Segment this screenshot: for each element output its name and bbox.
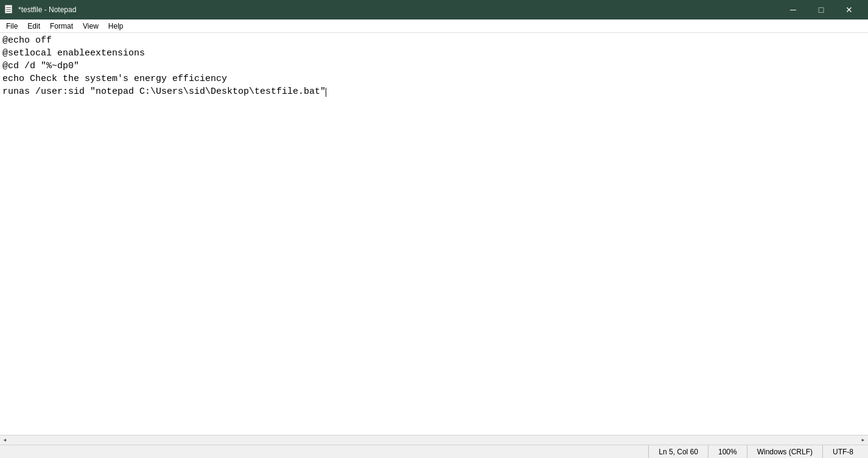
menu-item-file[interactable]: File bbox=[1, 19, 23, 32]
status-zoom: 100% bbox=[708, 445, 747, 458]
notepad-app-icon bbox=[5, 5, 15, 15]
title-bar-controls: ─ □ ✕ bbox=[779, 0, 863, 19]
status-encoding: UTF-8 bbox=[822, 445, 863, 458]
menu-item-view[interactable]: View bbox=[78, 19, 103, 32]
status-line-ending: Windows (CRLF) bbox=[747, 445, 822, 458]
menu-bar: File Edit Format View Help bbox=[0, 19, 868, 33]
scroll-right-arrow[interactable]: ► bbox=[858, 435, 868, 445]
editor-line: echo Check the system's energy efficienc… bbox=[2, 72, 866, 85]
title-bar: *testfile - Notepad ─ □ ✕ bbox=[0, 0, 868, 19]
editor-line: @cd /d "%~dp0" bbox=[2, 60, 866, 72]
editor-line: runas /user:sid "notepad C:\Users\sid\De… bbox=[2, 85, 866, 98]
maximize-button[interactable]: □ bbox=[807, 0, 835, 19]
editor-area[interactable]: @echo off@setlocal enableextensions@cd /… bbox=[0, 33, 868, 435]
scroll-track[interactable] bbox=[10, 435, 858, 445]
horizontal-scrollbar[interactable]: ◄ ► bbox=[0, 435, 868, 445]
window-title: *testfile - Notepad bbox=[18, 5, 76, 14]
status-position: Ln 5, Col 60 bbox=[648, 445, 708, 458]
menu-item-format[interactable]: Format bbox=[45, 19, 78, 32]
status-bar: Ln 5, Col 60 100% Windows (CRLF) UTF-8 bbox=[0, 445, 868, 458]
editor-line: @setlocal enableextensions bbox=[2, 47, 866, 60]
menu-item-help[interactable]: Help bbox=[103, 19, 128, 32]
text-cursor bbox=[326, 88, 326, 97]
close-button[interactable]: ✕ bbox=[835, 0, 863, 19]
editor-content[interactable]: @echo off@setlocal enableextensions@cd /… bbox=[0, 33, 868, 435]
scroll-left-arrow[interactable]: ◄ bbox=[0, 435, 10, 445]
title-bar-left: *testfile - Notepad bbox=[5, 5, 76, 15]
menu-item-edit[interactable]: Edit bbox=[23, 19, 45, 32]
editor-line: @echo off bbox=[2, 34, 866, 47]
minimize-button[interactable]: ─ bbox=[779, 0, 807, 19]
